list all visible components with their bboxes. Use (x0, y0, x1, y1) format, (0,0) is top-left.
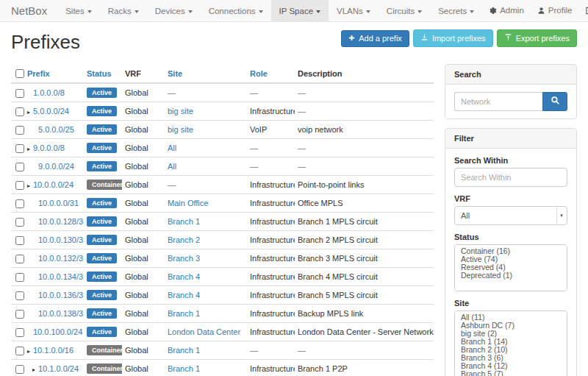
row-checkbox[interactable] (15, 218, 24, 227)
nav-item-secrets[interactable]: Secrets (430, 0, 482, 21)
site-link[interactable]: Branch 3 (168, 254, 200, 263)
row-checkbox[interactable] (15, 236, 24, 245)
listbox-option[interactable]: big site (2) (455, 330, 567, 338)
prefix-link[interactable]: 9.0.0.0/8 (33, 143, 65, 152)
column-sort-link[interactable]: Prefix (27, 69, 50, 78)
site-link[interactable]: All (168, 143, 176, 152)
nav-item-log-out[interactable]: Log out (578, 0, 588, 21)
export-prefixes-button[interactable]: Export prefixes (497, 29, 577, 47)
listbox-option[interactable]: Branch 4 (12) (455, 362, 567, 370)
row-checkbox[interactable] (15, 144, 24, 153)
search-input[interactable] (454, 92, 542, 111)
site-link[interactable]: Branch 1 (168, 217, 200, 226)
prefix-link[interactable]: 5.0.0.0/24 (33, 107, 69, 116)
search-button[interactable] (542, 92, 567, 111)
site-link[interactable]: Main Office (168, 199, 208, 207)
nav-item-ip-space[interactable]: IP Space (271, 0, 329, 21)
listbox-option[interactable]: Reserved (4) (455, 263, 567, 272)
prefix-link[interactable]: 10.0.0.0/24 (33, 180, 74, 189)
listbox-option[interactable]: Branch 5 (7) (455, 370, 567, 376)
listbox-option[interactable]: Branch 2 (10) (455, 346, 567, 354)
search-within-input[interactable] (454, 168, 567, 187)
column-sort-link[interactable]: Site (168, 69, 182, 78)
expand-arrow-icon[interactable]: ▸ (32, 366, 38, 373)
listbox-option[interactable]: Deprecated (1) (455, 272, 567, 280)
listbox-option[interactable]: Branch 3 (6) (455, 354, 567, 362)
nav-item-admin[interactable]: Admin (482, 0, 531, 21)
row-checkbox[interactable] (15, 273, 24, 282)
row-checkbox[interactable] (15, 347, 24, 355)
row-checkbox[interactable] (15, 89, 24, 98)
prefix-link[interactable]: 10.0.0.134/31 (38, 272, 84, 281)
site-link[interactable]: London Data Center (168, 327, 240, 336)
chevron-down-icon (259, 10, 263, 13)
row-checkbox[interactable] (15, 181, 24, 190)
select-all-checkbox[interactable] (15, 69, 24, 78)
row-checkbox[interactable] (15, 291, 24, 300)
site-link[interactable]: Branch 4 (168, 272, 200, 281)
row-checkbox[interactable] (15, 163, 24, 171)
site-link[interactable]: Branch 1 (168, 346, 200, 355)
nav-item-devices[interactable]: Devices (147, 0, 201, 21)
nav-item-sites[interactable]: Sites (57, 0, 100, 21)
site-link[interactable]: All (168, 162, 176, 171)
row-checkbox[interactable] (15, 126, 24, 135)
row-checkbox[interactable] (15, 255, 24, 263)
nav-item-vlans[interactable]: VLANs (329, 0, 379, 21)
site-link[interactable]: big site (168, 107, 193, 116)
brand-logo[interactable]: NetBox (0, 0, 57, 21)
row-checkbox[interactable] (15, 199, 24, 208)
column-sort-link[interactable]: Role (250, 69, 268, 78)
prefix-link[interactable]: 10.0.0.136/31 (38, 291, 84, 299)
prefix-link[interactable]: 10.0.100.0/24 (33, 327, 82, 336)
nav-item-circuits[interactable]: Circuits (379, 0, 430, 21)
nav-item-connections[interactable]: Connections (201, 0, 271, 21)
status-filter-listbox[interactable]: Container (16)Active (74)Reserved (4)Dep… (454, 244, 567, 291)
site-filter-listbox[interactable]: All (11)Ashburn DC (7)big site (2)Branch… (454, 311, 567, 376)
description-cell: — (295, 157, 434, 176)
description-cell: Branch 1 P2P (295, 360, 434, 376)
prefix-link[interactable]: 5.0.0.0/25 (38, 125, 74, 134)
prefix-link[interactable]: 10.1.0.0/16 (33, 346, 74, 355)
site-link[interactable]: Branch 1 (168, 309, 200, 318)
nav-item-racks[interactable]: Racks (100, 0, 147, 21)
expand-arrow-icon[interactable]: ▸ (27, 146, 33, 152)
nav-item-label: Sites (65, 7, 85, 15)
prefix-link[interactable]: 10.0.0.128/31 (38, 217, 84, 226)
row-checkbox[interactable] (15, 365, 24, 374)
site-link[interactable]: Branch 1 (168, 364, 200, 373)
expand-arrow-icon[interactable]: ▸ (27, 348, 33, 355)
nav-item-profile[interactable]: Profile (531, 0, 579, 21)
prefix-link[interactable]: 10.0.0.130/31 (38, 235, 84, 244)
listbox-option[interactable]: Container (16) (455, 247, 567, 255)
import-prefixes-button[interactable]: Import prefixes (413, 29, 493, 47)
prefix-link[interactable]: 10.0.0.132/31 (38, 254, 84, 263)
prefix-link[interactable]: 9.0.0.0/24 (38, 162, 74, 171)
site-link[interactable]: Branch 2 (168, 235, 200, 244)
column-header-vrf: VRF (122, 64, 165, 83)
row-checkbox[interactable] (15, 328, 24, 337)
role-cell: Infrastructure (247, 102, 295, 121)
site-link[interactable]: big site (168, 125, 193, 134)
site-filter-label: Site (454, 299, 567, 308)
site-link[interactable]: Branch 4 (168, 291, 200, 299)
prefix-link[interactable]: 1.0.0.0/8 (33, 88, 65, 97)
row-checkbox[interactable] (15, 107, 24, 116)
listbox-option[interactable]: Branch 1 (14) (455, 338, 567, 346)
row-checkbox[interactable] (15, 310, 24, 319)
prefix-link[interactable]: 10.0.0.0/31 (38, 199, 79, 207)
listbox-option[interactable]: All (11) (455, 313, 567, 322)
description-cell: Office MPLS (295, 194, 434, 213)
content-area: Add a prefixImport prefixesExport prefix… (0, 22, 588, 376)
listbox-option[interactable]: Active (74) (455, 255, 567, 263)
add-a-prefix-button[interactable]: Add a prefix (341, 30, 409, 47)
column-sort-link[interactable]: Status (87, 69, 112, 78)
prefix-link[interactable]: 10.1.0.0/24 (38, 364, 79, 373)
prefix-cell: 10.0.0.130/31 (24, 231, 84, 249)
vrf-select[interactable]: All ▾ (454, 206, 567, 225)
expand-arrow-icon[interactable]: ▸ (27, 109, 33, 116)
listbox-option[interactable]: Ashburn DC (7) (455, 322, 567, 330)
expand-arrow-icon[interactable]: ▸ (27, 182, 33, 189)
prefix-link[interactable]: 10.0.0.138/31 (38, 309, 84, 318)
status-cell: Active (84, 157, 122, 176)
